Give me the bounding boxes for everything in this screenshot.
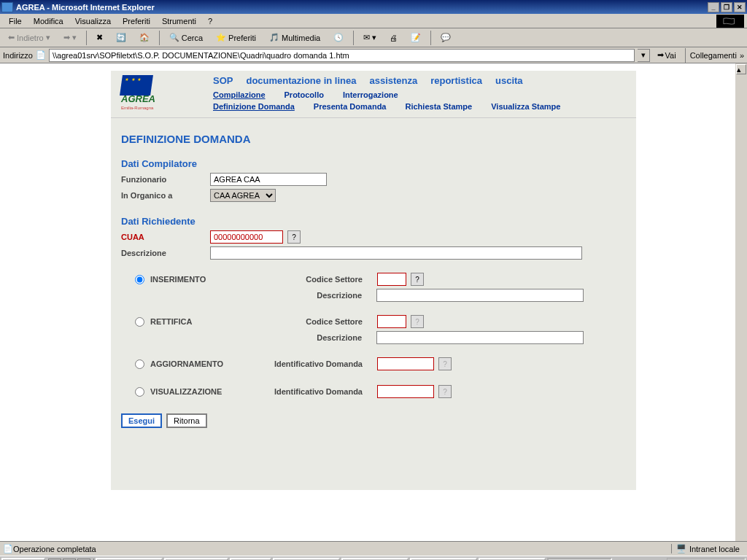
page-icon: 📄	[36, 50, 46, 60]
nav-assistenza[interactable]: assistenza	[369, 75, 417, 86]
task-sessionea[interactable]: 📇SessioneA - [...	[96, 558, 163, 561]
inserimento-label: INSERIMENTO	[150, 275, 206, 284]
toolbar: ⬅ Indietro ▾ ➡ ▾ ✖ 🔄 🏠 🔍Cerca ⭐Preferiti…	[0, 28, 747, 47]
visualizzazione-label: VISUALIZZAZIONE	[150, 387, 222, 396]
edit-button[interactable]: 📝	[406, 31, 426, 44]
radio-visualizzazione[interactable]	[135, 387, 144, 397]
identificativo-label-1: Identificativo Domanda	[268, 359, 377, 368]
go-button[interactable]: ➡Vai	[653, 49, 681, 61]
nav-definizione-domanda[interactable]: Definizione Domanda	[213, 102, 295, 111]
ie-icon	[1, 2, 13, 12]
esegui-button[interactable]: Esegui	[121, 413, 162, 428]
mail-button[interactable]: ✉ ▾	[358, 31, 382, 44]
links-chevron-icon[interactable]: »	[740, 51, 744, 60]
codice-settore-input-2[interactable]	[377, 315, 406, 328]
menu-visualizza[interactable]: Visualizza	[69, 15, 117, 27]
statusbar: 📄 Operazione completata 🖥️ Intranet loca…	[0, 541, 747, 556]
menu-modifica[interactable]: Modifica	[28, 15, 69, 27]
menu-help[interactable]: ?	[202, 15, 218, 27]
content-viewport: ▴ AGREA Emilia-Romagna SOP documentazion…	[0, 63, 747, 541]
funzionario-label: Funzionario	[121, 175, 210, 184]
nav-uscita[interactable]: uscita	[495, 75, 523, 86]
minimize-button[interactable]: _	[708, 2, 719, 12]
taskbar: Start 🌐 🖥 ✉ 📇SessioneA - [... 📇392 Serv.…	[0, 556, 747, 560]
radio-inserimento[interactable]	[135, 275, 144, 284]
nav-top: SOP documentazione in linea assistenza r…	[213, 75, 629, 86]
descrizione-input[interactable]	[210, 246, 582, 260]
task-agrea-active[interactable]: 🌐AGREA - Mi...	[547, 558, 612, 561]
refresh-button[interactable]: 🔄	[111, 31, 131, 44]
scroll-up-icon[interactable]: ▴	[736, 64, 746, 74]
nav-protocollo[interactable]: Protocollo	[285, 90, 324, 99]
zone-icon: 🖥️	[676, 544, 686, 553]
nav-bot: Definizione Domanda Presenta Domanda Ric…	[213, 102, 629, 111]
aggiornamento-label: AGGIORNAMENTO	[150, 359, 223, 368]
task-agrea2[interactable]: 🌐AGREA - Micr...	[479, 558, 546, 561]
nav-compilazione[interactable]: Compilazione	[213, 90, 266, 99]
search-button[interactable]: 🔍Cerca	[164, 31, 208, 44]
print-button[interactable]: 🖨	[384, 31, 403, 44]
page-status-icon: 📄	[3, 544, 13, 553]
identificativo-label-2: Identificativo Domanda	[268, 387, 377, 396]
window-titlebar: AGREA - Microsoft Internet Explorer _ ❐ …	[0, 0, 747, 14]
menu-file[interactable]: File	[3, 15, 28, 27]
codice-settore-input-1[interactable]	[377, 273, 406, 286]
nav-visualizza-stampe[interactable]: Visualizza Stampe	[491, 102, 560, 111]
agrea-logo: AGREA Emilia-Romagna	[121, 75, 165, 110]
identificativo-input-1[interactable]	[377, 357, 434, 370]
descrizione-settore-2[interactable]	[376, 331, 584, 344]
discuss-button[interactable]: 💬	[436, 31, 456, 44]
codice-settore-label-1: Codice Settore	[268, 275, 377, 284]
back-button[interactable]: ⬅ Indietro ▾	[3, 31, 55, 44]
system-tray: 🖥 🔊 IT 📶 18.13	[667, 558, 746, 561]
nav-documentazione[interactable]: documentazione in linea	[246, 75, 356, 86]
radio-aggiornamento[interactable]	[135, 359, 144, 369]
funzionario-input[interactable]	[210, 173, 327, 186]
maximize-button[interactable]: ❐	[721, 2, 732, 12]
home-button[interactable]: 🏠	[134, 31, 155, 44]
favorites-button[interactable]: ⭐Preferiti	[211, 31, 261, 44]
start-button[interactable]: Start	[1, 558, 45, 561]
radio-rettifica[interactable]	[135, 317, 144, 327]
page-title: DEFINIZIONE DOMANDA	[121, 133, 626, 145]
form-area: DEFINIZIONE DOMANDA Dati Compilatore Fun…	[111, 118, 636, 490]
task-quadro[interactable]: 🌐quadro doma...	[410, 558, 477, 561]
organico-select[interactable]: CAA AGREA	[210, 189, 276, 202]
links-label[interactable]: Collegamenti	[690, 51, 737, 60]
menu-preferiti[interactable]: Preferiti	[117, 15, 156, 27]
close-button[interactable]: ✕	[734, 2, 746, 12]
address-label: Indirizzo	[3, 51, 33, 60]
cuaa-input[interactable]	[210, 230, 283, 244]
nav-richiesta-stampe[interactable]: Richiesta Stampe	[406, 102, 473, 111]
descrizione-label: Descrizione	[121, 249, 210, 257]
addressbar: Indirizzo 📄 ▾ ➡Vai Collegamenti »	[0, 47, 747, 63]
nav-presenta-domanda[interactable]: Presenta Domanda	[314, 102, 387, 111]
nav-sop[interactable]: SOP	[213, 75, 233, 86]
codice-help-2: ?	[411, 315, 424, 328]
vertical-scrollbar[interactable]: ▴	[735, 63, 747, 541]
nav-reportistica[interactable]: reportistica	[430, 75, 482, 86]
codice-help-1[interactable]: ?	[411, 273, 424, 286]
zone-label: Intranet locale	[689, 545, 740, 553]
cuaa-help-button[interactable]: ?	[287, 230, 301, 244]
nav-interrogazione[interactable]: Interrogazione	[343, 90, 398, 99]
menu-strumenti[interactable]: Strumenti	[156, 15, 202, 27]
task-392serv[interactable]: 📇392 Serv.Te...	[164, 558, 228, 561]
section-richiedente: Dati Richiedente	[121, 216, 626, 227]
organico-label: In Organico a	[121, 191, 210, 200]
address-dropdown[interactable]: ▾	[638, 49, 650, 62]
status-message: Operazione completata	[13, 545, 96, 553]
ritorna-button[interactable]: Ritorna	[166, 413, 206, 428]
task-domanda[interactable]: 📄Domanda di ...	[273, 558, 340, 561]
descrizione-settore-1[interactable]	[376, 289, 584, 302]
forward-button: ➡ ▾	[58, 31, 82, 44]
descrizione-label-1: Descrizione	[267, 291, 376, 300]
address-input[interactable]	[49, 49, 635, 62]
history-button[interactable]: 🕓	[328, 31, 349, 44]
identificativo-input-2[interactable]	[377, 385, 434, 398]
task-agrea1[interactable]: 🌐AGREA - Micr...	[341, 558, 409, 561]
media-button[interactable]: 🎵Multimedia	[264, 31, 325, 44]
section-compilatore: Dati Compilatore	[121, 158, 626, 169]
stop-button[interactable]: ✖	[91, 31, 108, 44]
task-quadri[interactable]: 📁Quadri	[230, 558, 271, 561]
